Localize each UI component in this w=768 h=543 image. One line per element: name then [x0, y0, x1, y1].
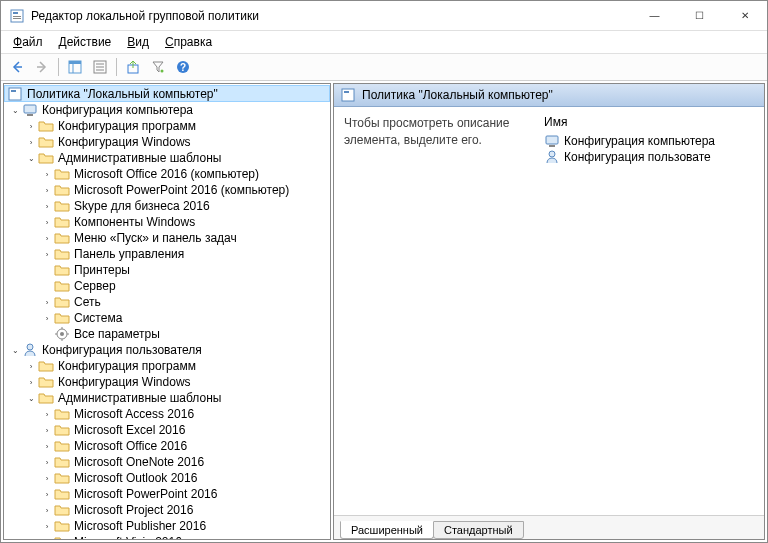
tree-node-label: Меню «Пуск» и панель задач	[74, 231, 237, 245]
tree-node-root[interactable]: Политика "Локальный компьютер"	[4, 85, 330, 102]
tree-node[interactable]: ›Skype для бизнеса 2016	[4, 198, 330, 214]
tree-node[interactable]: ›Microsoft Excel 2016	[4, 422, 330, 438]
folder-icon	[54, 422, 70, 438]
menu-view[interactable]: Вид	[119, 33, 157, 51]
show-hide-tree-button[interactable]	[63, 55, 87, 79]
collapse-icon[interactable]: ⌄	[24, 391, 38, 405]
tree-node[interactable]: ›Microsoft Outlook 2016	[4, 470, 330, 486]
collapse-icon[interactable]: ⌄	[8, 343, 22, 357]
expand-icon[interactable]: ›	[40, 423, 54, 437]
expand-icon[interactable]: ›	[24, 135, 38, 149]
tree-node[interactable]: ›Microsoft Visio 2016	[4, 534, 330, 540]
tree-node[interactable]: › Конфигурация Windows	[4, 134, 330, 150]
tree-node[interactable]: ›Microsoft Office 2016	[4, 438, 330, 454]
list-item[interactable]: Конфигурация пользовате	[544, 149, 754, 165]
expand-icon[interactable]: ›	[40, 439, 54, 453]
tree-node-computer-config[interactable]: ⌄ Конфигурация компьютера	[4, 102, 330, 118]
tree-node-label: Сеть	[74, 295, 101, 309]
expand-icon[interactable]: ›	[40, 167, 54, 181]
expand-icon[interactable]: ›	[40, 215, 54, 229]
expand-icon[interactable]: ›	[40, 183, 54, 197]
expand-icon[interactable]: ›	[40, 519, 54, 533]
svg-rect-29	[549, 145, 555, 147]
collapse-icon[interactable]: ⌄	[24, 151, 38, 165]
tree-node[interactable]: ›Сеть	[4, 294, 330, 310]
back-button[interactable]	[5, 55, 29, 79]
tree-node[interactable]: › Конфигурация Windows	[4, 374, 330, 390]
tree-node[interactable]: ›Microsoft PowerPoint 2016 (компьютер)	[4, 182, 330, 198]
expand-icon[interactable]: ›	[40, 231, 54, 245]
menu-bar: Файл Действие Вид Справка	[1, 31, 767, 53]
expand-icon[interactable]: ›	[40, 247, 54, 261]
expand-icon[interactable]: ›	[40, 471, 54, 485]
tree-node[interactable]: › Конфигурация программ	[4, 118, 330, 134]
toolbar: ?	[1, 53, 767, 81]
expand-icon[interactable]: ›	[40, 535, 54, 540]
expand-icon[interactable]: ›	[40, 503, 54, 517]
help-button[interactable]: ?	[171, 55, 195, 79]
tree-node-user-config[interactable]: ⌄ Конфигурация пользователя	[4, 342, 330, 358]
expand-icon[interactable]: ›	[40, 311, 54, 325]
svg-text:?: ?	[180, 62, 186, 73]
tree-node[interactable]: ›Система	[4, 310, 330, 326]
expand-icon[interactable]: ›	[40, 455, 54, 469]
tree-node[interactable]: ›Microsoft Access 2016	[4, 406, 330, 422]
folder-icon	[54, 406, 70, 422]
tree-node-label: Microsoft Excel 2016	[74, 423, 185, 437]
folder-icon	[54, 438, 70, 454]
policy-tree: Политика "Локальный компьютер" ⌄ Конфигу…	[4, 84, 330, 540]
expand-icon[interactable]: ›	[40, 295, 54, 309]
tree-node[interactable]: ›Меню «Пуск» и панель задач	[4, 230, 330, 246]
tree-node[interactable]: ›Панель управления	[4, 246, 330, 262]
svg-rect-18	[27, 114, 33, 116]
tree-node[interactable]: › Конфигурация программ	[4, 358, 330, 374]
minimize-button[interactable]: —	[632, 1, 677, 31]
tree-node[interactable]: ›Microsoft Publisher 2016	[4, 518, 330, 534]
title-bar: Редактор локальной групповой политики — …	[1, 1, 767, 31]
tree-node-label: Microsoft Outlook 2016	[74, 471, 197, 485]
forward-button[interactable]	[30, 55, 54, 79]
tree-node-label: Microsoft Office 2016	[74, 439, 187, 453]
export-button[interactable]	[121, 55, 145, 79]
menu-action[interactable]: Действие	[51, 33, 120, 51]
tree-node-label: Microsoft Publisher 2016	[74, 519, 206, 533]
expand-icon[interactable]: ›	[40, 487, 54, 501]
folder-icon	[54, 294, 70, 310]
tab-extended[interactable]: Расширенный	[340, 521, 434, 539]
collapse-icon[interactable]: ⌄	[8, 103, 22, 117]
tree-node[interactable]: Сервер	[4, 278, 330, 294]
tree-node[interactable]: ›Компоненты Windows	[4, 214, 330, 230]
svg-rect-2	[13, 16, 21, 17]
tree-node-admin-templates[interactable]: ⌄ Административные шаблоны	[4, 150, 330, 166]
folder-icon	[54, 262, 70, 278]
tree-node[interactable]: ›Microsoft Office 2016 (компьютер)	[4, 166, 330, 182]
tree-node-admin-templates[interactable]: ⌄ Административные шаблоны	[4, 390, 330, 406]
tree-node-label: Microsoft PowerPoint 2016	[74, 487, 217, 501]
expand-icon[interactable]: ›	[40, 199, 54, 213]
expand-icon[interactable]: ›	[24, 375, 38, 389]
column-header-name[interactable]: Имя	[544, 115, 754, 133]
close-button[interactable]: ✕	[722, 1, 767, 31]
tree-pane[interactable]: Политика "Локальный компьютер" ⌄ Конфигу…	[3, 83, 331, 540]
items-column: Имя Конфигурация компьютера Конфигурация…	[544, 115, 754, 507]
folder-icon	[54, 502, 70, 518]
list-item[interactable]: Конфигурация компьютера	[544, 133, 754, 149]
tree-node-all-params[interactable]: Все параметры	[4, 326, 330, 342]
properties-button[interactable]	[88, 55, 112, 79]
tree-node[interactable]: ›Microsoft Project 2016	[4, 502, 330, 518]
menu-help[interactable]: Справка	[157, 33, 220, 51]
folder-icon	[38, 150, 54, 166]
menu-file[interactable]: Файл	[5, 33, 51, 51]
expand-icon[interactable]: ›	[40, 407, 54, 421]
filter-button[interactable]	[146, 55, 170, 79]
tree-node[interactable]: Принтеры	[4, 262, 330, 278]
svg-rect-15	[9, 88, 21, 100]
tree-node[interactable]: ›Microsoft OneNote 2016	[4, 454, 330, 470]
expand-icon[interactable]: ›	[24, 359, 38, 373]
tab-standard[interactable]: Стандартный	[433, 521, 524, 539]
expand-icon[interactable]: ›	[24, 119, 38, 133]
maximize-button[interactable]: ☐	[677, 1, 722, 31]
user-icon	[22, 342, 38, 358]
tree-node[interactable]: ›Microsoft PowerPoint 2016	[4, 486, 330, 502]
svg-rect-28	[546, 136, 558, 144]
